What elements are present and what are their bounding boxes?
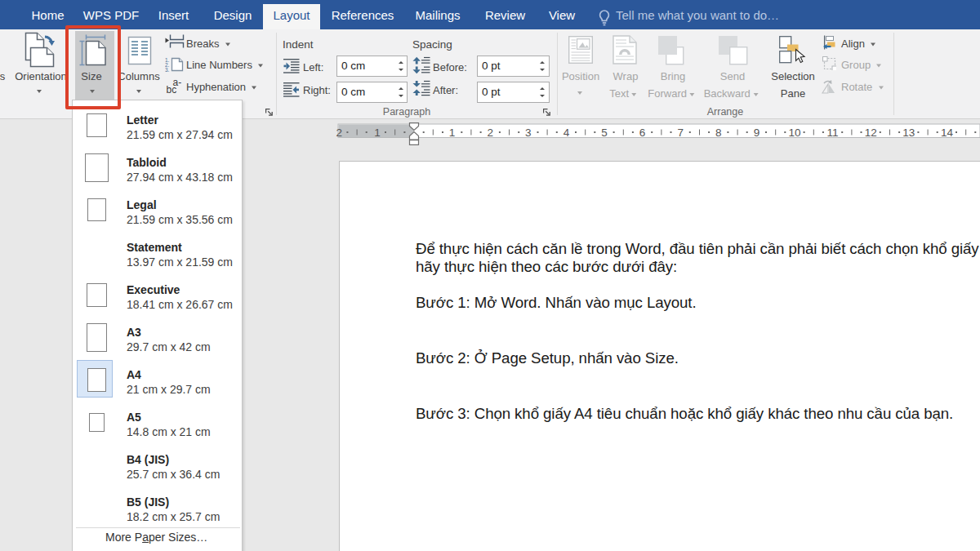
svg-text:13: 13: [902, 127, 915, 139]
svg-text:5: 5: [601, 127, 608, 139]
svg-text:3.: 3.: [165, 67, 170, 72]
svg-text:7: 7: [677, 127, 684, 139]
svg-text:11: 11: [827, 127, 839, 139]
svg-text:6: 6: [639, 127, 646, 139]
svg-text:3: 3: [525, 127, 532, 139]
svg-text:1: 1: [374, 127, 381, 139]
svg-text:9: 9: [754, 127, 760, 139]
svg-text:2: 2: [336, 127, 343, 139]
svg-text:10: 10: [788, 127, 800, 139]
svg-text:8: 8: [715, 127, 722, 139]
svg-text:bc: bc: [167, 84, 177, 95]
svg-text:12: 12: [865, 127, 877, 139]
svg-text:14: 14: [941, 127, 954, 139]
svg-text:4: 4: [564, 127, 570, 139]
svg-text:1: 1: [449, 127, 456, 139]
svg-text:2: 2: [487, 127, 493, 139]
